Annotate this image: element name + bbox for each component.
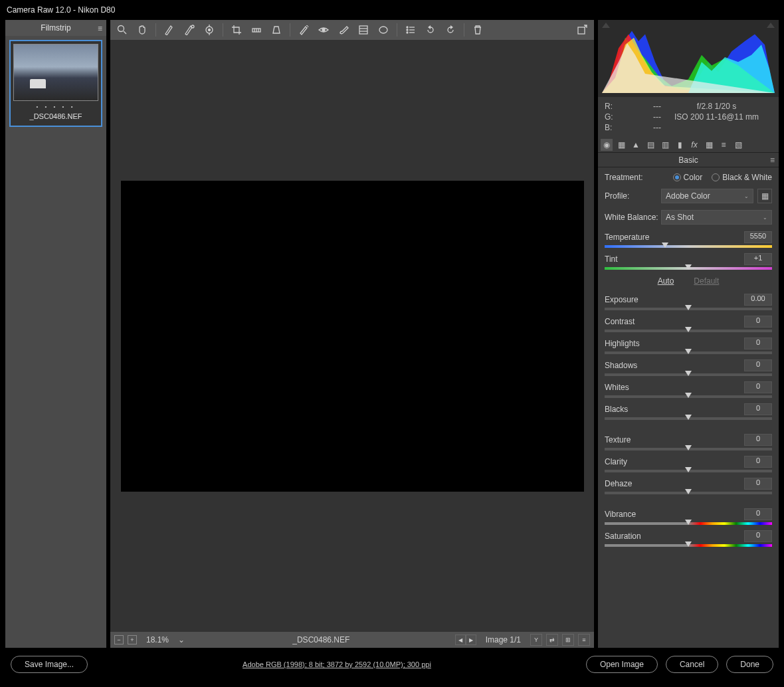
saturation-slider[interactable] [605, 544, 772, 547]
whites-value[interactable]: 0 [744, 381, 772, 393]
swap-icon[interactable]: ⇄ [546, 634, 558, 646]
exposure-slider[interactable] [605, 308, 772, 310]
zoom-tool-icon[interactable] [116, 23, 129, 37]
settings-icon[interactable]: ≡ [578, 634, 590, 646]
zoom-dropdown-icon[interactable]: ⌄ [178, 635, 187, 644]
dehaze-handle[interactable] [685, 489, 692, 494]
panel-menu-icon[interactable]: ≡ [770, 155, 775, 165]
zoom-out-button[interactable]: − [114, 635, 124, 644]
workflow-options-link[interactable]: Adobe RGB (1998); 8 bit; 3872 by 2592 (1… [96, 660, 578, 668]
tab-curve-icon[interactable]: ▦ [615, 139, 627, 151]
filmstrip-menu-icon[interactable]: ≡ [98, 24, 102, 33]
preview-mode-icon[interactable]: Y [530, 634, 542, 646]
exposure-value[interactable]: 0.00 [744, 294, 772, 306]
texture-value[interactable]: 0 [744, 434, 772, 446]
svg-rect-12 [359, 26, 367, 34]
copy-settings-icon[interactable]: ⊞ [562, 634, 574, 646]
highlights-value[interactable]: 0 [744, 338, 772, 349]
straighten-tool-icon[interactable] [250, 23, 263, 37]
dehaze-slider[interactable] [605, 492, 772, 494]
vibrance-value[interactable]: 0 [744, 508, 772, 520]
clarity-handle[interactable] [685, 467, 692, 472]
saturation-handle[interactable] [685, 541, 692, 547]
done-button[interactable]: Done [726, 656, 773, 673]
graduated-filter-tool-icon[interactable] [357, 23, 370, 37]
tab-hsl-icon[interactable]: ▤ [644, 139, 656, 151]
trash-icon[interactable] [471, 23, 484, 37]
slider-row-exposure: Exposure0.00 [605, 294, 772, 310]
tab-calibration-icon[interactable]: ▦ [703, 139, 715, 151]
wb-select[interactable]: As Shot ⌄ [661, 210, 772, 225]
default-link[interactable]: Default [694, 276, 719, 286]
white-balance-tool-icon[interactable] [163, 23, 176, 37]
temperature-value[interactable]: 5550 [744, 231, 772, 243]
zoom-in-button[interactable]: + [128, 635, 137, 644]
transform-tool-icon[interactable] [270, 23, 283, 37]
tab-fx-icon[interactable]: fx [688, 139, 700, 151]
cancel-button[interactable]: Cancel [666, 656, 718, 673]
contrast-value[interactable]: 0 [744, 316, 772, 328]
crop-tool-icon[interactable] [230, 23, 243, 37]
tab-detail-icon[interactable]: ▲ [630, 139, 642, 151]
vibrance-handle[interactable] [685, 520, 692, 525]
exposure-handle[interactable] [685, 305, 692, 310]
whites-slider[interactable] [605, 395, 772, 398]
snapshot-list-icon[interactable] [404, 23, 417, 37]
dehaze-value[interactable]: 0 [744, 478, 772, 490]
auto-link[interactable]: Auto [658, 276, 674, 286]
color-sampler-tool-icon[interactable] [183, 23, 196, 37]
blacks-slider[interactable] [605, 417, 772, 420]
prev-image-button[interactable]: ◀ [455, 635, 466, 645]
targeted-adjustment-tool-icon[interactable] [203, 23, 216, 37]
contrast-slider[interactable] [605, 330, 772, 332]
highlights-handle[interactable] [685, 349, 692, 354]
next-image-button[interactable]: ▶ [466, 635, 476, 645]
shadows-handle[interactable] [685, 371, 692, 376]
temperature-handle[interactable] [662, 243, 668, 248]
treatment-bw-radio[interactable] [712, 173, 720, 181]
spot-removal-tool-icon[interactable] [297, 23, 310, 37]
thumbnail-rating-dots[interactable]: • • • • • [13, 104, 98, 110]
texture-handle[interactable] [685, 445, 692, 450]
shadow-clip-icon[interactable] [602, 23, 610, 28]
adjustment-brush-tool-icon[interactable] [337, 23, 350, 37]
blacks-handle[interactable] [685, 415, 692, 420]
shadows-value[interactable]: 0 [744, 359, 772, 371]
thumbnail-selected[interactable]: • • • • • _DSC0486.NEF [9, 40, 102, 127]
shadows-slider[interactable] [605, 373, 772, 376]
clarity-slider[interactable] [605, 470, 772, 472]
open-image-button[interactable]: Open Image [586, 656, 658, 673]
treatment-color-radio[interactable] [673, 173, 681, 181]
rotate-ccw-icon[interactable] [424, 23, 437, 37]
profile-browser-icon[interactable]: ▦ [757, 189, 772, 203]
whites-handle[interactable] [685, 393, 692, 398]
tab-presets-icon[interactable]: ≡ [718, 139, 730, 151]
vibrance-slider[interactable] [605, 522, 772, 525]
tab-split-icon[interactable]: ▥ [659, 139, 671, 151]
rotate-cw-icon[interactable] [444, 23, 457, 37]
tint-value[interactable]: +1 [744, 253, 772, 265]
highlight-clip-icon[interactable] [767, 23, 775, 28]
texture-slider[interactable] [605, 448, 772, 450]
tab-lens-icon[interactable]: ▮ [674, 139, 686, 151]
profile-select[interactable]: Adobe Color ⌄ [661, 189, 753, 203]
tab-basic-icon[interactable]: ◉ [601, 139, 613, 151]
save-image-button[interactable]: Save Image... [11, 656, 88, 673]
temperature-slider[interactable] [605, 245, 772, 248]
radial-filter-tool-icon[interactable] [377, 23, 390, 37]
preview-area[interactable] [110, 40, 594, 632]
contrast-handle[interactable] [685, 327, 692, 332]
auto-default-row: Auto Default [605, 276, 772, 286]
tab-snapshots-icon[interactable]: ▧ [732, 139, 744, 151]
blacks-value[interactable]: 0 [744, 403, 772, 415]
fullscreen-icon[interactable] [575, 23, 589, 37]
hand-tool-icon[interactable] [136, 23, 149, 37]
histogram[interactable] [598, 20, 779, 97]
saturation-value[interactable]: 0 [744, 530, 772, 542]
tint-handle[interactable] [685, 264, 692, 270]
tint-slider[interactable] [605, 267, 772, 270]
thumbnail-filename: _DSC0486.NEF [13, 111, 98, 123]
highlights-slider[interactable] [605, 351, 772, 354]
red-eye-tool-icon[interactable] [317, 23, 330, 37]
clarity-value[interactable]: 0 [744, 456, 772, 468]
